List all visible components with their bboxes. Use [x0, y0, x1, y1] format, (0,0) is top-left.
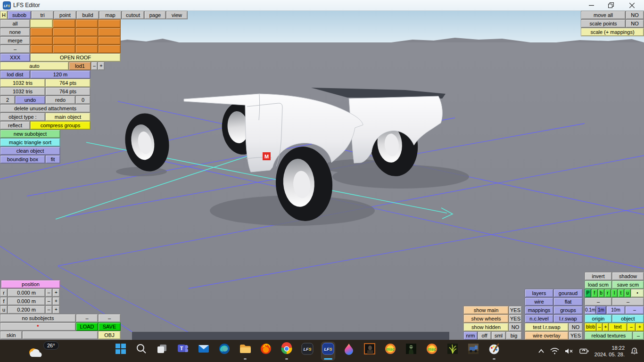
position-f-minus[interactable]: – — [45, 297, 52, 305]
skin-name-field[interactable] — [22, 331, 98, 339]
blob-plus-button[interactable]: + — [603, 323, 609, 331]
menu-tab-subob[interactable]: subob — [8, 11, 31, 19]
taskbar-icon-game-portrait-app[interactable] — [363, 342, 376, 360]
scale-points-toggle[interactable]: NO — [626, 19, 644, 28]
test-lr-swap-toggle[interactable]: NO — [569, 323, 583, 331]
move-all-toggle[interactable]: NO — [626, 11, 644, 19]
taskbar-icon-teams[interactable]: T — [176, 342, 190, 360]
obj-button[interactable]: OBJ — [98, 331, 121, 339]
object-type-value[interactable]: main object — [45, 113, 91, 121]
grid-size-1m-button[interactable]: 1m — [596, 306, 606, 314]
taskbar-icon-file-explorer[interactable] — [239, 342, 252, 360]
selection-grid-cell[interactable] — [53, 19, 75, 28]
selection-grid-cell[interactable] — [75, 36, 98, 45]
lod-dist-label[interactable]: lod dist — [0, 70, 30, 79]
menu-tab-h[interactable]: H — [0, 11, 8, 19]
clean-object-button[interactable]: clean object — [0, 147, 60, 155]
groups-button[interactable]: groups — [553, 306, 583, 314]
selection-grid-cell[interactable] — [30, 19, 53, 28]
selection-grid-cell[interactable] — [30, 45, 53, 53]
taskbar-icon-firefox[interactable] — [259, 342, 272, 360]
skin-button[interactable]: skin — [0, 331, 22, 339]
subobject-dash-1[interactable]: – — [76, 314, 98, 322]
position-r-minus[interactable]: – — [45, 288, 52, 297]
layer-toggle-p[interactable]: P — [585, 289, 591, 297]
magic-triangle-sort-button[interactable]: magic triangle sort — [0, 138, 60, 147]
taskbar-icon-lfs-editor[interactable]: LFS — [322, 342, 335, 360]
gouraud-button[interactable]: gouraud — [553, 289, 583, 297]
menu-tab-view[interactable]: view — [166, 11, 188, 19]
battery-icon[interactable] — [579, 348, 589, 354]
save-scm-button[interactable]: save scm — [612, 280, 644, 289]
menu-tab-page[interactable]: page — [144, 11, 166, 19]
layer-toggle-t[interactable]: t — [618, 289, 624, 297]
reload-textures-dash[interactable]: – — [633, 331, 644, 340]
layers-button[interactable]: layers — [525, 289, 553, 297]
move-all-button[interactable]: move all — [581, 11, 626, 19]
wire-button[interactable]: wire — [525, 297, 553, 306]
taskbar-icon-matrix-character-app[interactable] — [405, 342, 418, 360]
wifi-icon[interactable] — [550, 348, 559, 354]
selection-dash-button[interactable]: – — [0, 45, 30, 53]
menu-tab-cutout[interactable]: cutout — [122, 11, 144, 19]
layer-toggle-u[interactable]: u — [624, 289, 631, 297]
volume-muted-icon[interactable] — [565, 348, 574, 354]
scale-points-button[interactable]: scale points — [581, 19, 626, 28]
close-button[interactable] — [623, 0, 640, 10]
show-wheels-button[interactable]: show wheels — [463, 314, 509, 323]
menu-tab-build[interactable]: build — [76, 11, 99, 19]
selection-grid-cell[interactable] — [98, 45, 121, 53]
position-axis-u-value[interactable]: 0.200 m — [8, 305, 45, 314]
lod-minus-button[interactable]: – — [91, 62, 98, 70]
taskbar-icon-mail[interactable] — [197, 342, 210, 360]
taskbar-icon-plant-app[interactable] — [446, 342, 459, 360]
show-hidden-toggle[interactable]: NO — [509, 323, 522, 331]
save-button[interactable]: SAVE — [98, 322, 121, 331]
position-u-minus[interactable]: – — [45, 305, 52, 314]
normals-off-button[interactable]: off — [478, 331, 491, 340]
taskbar-icon-truck-game-app[interactable] — [467, 342, 480, 360]
wire-overlay-button[interactable]: wire overlay — [525, 331, 569, 340]
notification-bell-icon[interactable]: z — [630, 347, 638, 355]
selection-grid-cell[interactable] — [75, 28, 98, 36]
menu-tab-map[interactable]: map — [99, 11, 122, 19]
selection-grid-cell[interactable] — [53, 28, 75, 36]
layer-toggle-b[interactable]: b — [598, 289, 604, 297]
lod-plus-button[interactable]: + — [98, 62, 105, 70]
menu-tab-point[interactable]: point — [54, 11, 76, 19]
redo-button[interactable]: redo — [45, 96, 75, 104]
layer-toggle-r[interactable]: r — [604, 289, 611, 297]
show-main-button[interactable]: show main — [463, 306, 509, 314]
load-scm-button[interactable]: load scm — [585, 280, 612, 289]
position-r-plus[interactable]: + — [52, 288, 60, 297]
position-f-plus[interactable]: + — [52, 297, 60, 305]
grid-size-10m-button[interactable]: 10m — [606, 306, 625, 314]
position-u-plus[interactable]: + — [52, 305, 60, 314]
text-plus-button[interactable]: + — [636, 323, 644, 331]
view-dash-2[interactable]: – — [612, 297, 644, 306]
show-hidden-button[interactable]: show hidden — [463, 323, 509, 331]
blob-button[interactable]: blob — [585, 323, 596, 331]
text-minus-button[interactable]: – — [627, 323, 636, 331]
selection-grid-cell[interactable] — [98, 19, 121, 28]
show-main-toggle[interactable]: YES — [509, 306, 522, 314]
taskbar-icon-lfs-game[interactable]: LFS — [301, 342, 314, 360]
wire-overlay-toggle[interactable]: YES — [569, 331, 583, 340]
open-roof-button[interactable]: OPEN ROOF — [30, 53, 121, 62]
selection-grid-cell[interactable] — [53, 36, 75, 45]
shadow-button[interactable]: shadow — [612, 272, 644, 280]
new-subobject-button[interactable]: new subobject — [0, 130, 60, 138]
origin-button[interactable]: origin — [585, 314, 612, 323]
reload-textures-button[interactable]: reload textures — [585, 331, 633, 340]
text-button[interactable]: text — [609, 323, 627, 331]
normals-nrm-button[interactable]: nrm — [463, 331, 478, 340]
selection-grid-cell[interactable] — [53, 45, 75, 53]
taskbar-icon-search[interactable] — [135, 342, 148, 360]
taskbar-icon-edge[interactable] — [218, 342, 231, 360]
layer-toggle-f[interactable]: f — [591, 289, 598, 297]
view-dash-1[interactable]: – — [585, 297, 612, 306]
position-axis-f-value[interactable]: 0.000 m — [8, 297, 45, 305]
selection-grid-cell[interactable] — [98, 36, 121, 45]
selection-grid-cell[interactable] — [75, 45, 98, 53]
position-axis-r-value[interactable]: 0.000 m — [8, 288, 45, 297]
